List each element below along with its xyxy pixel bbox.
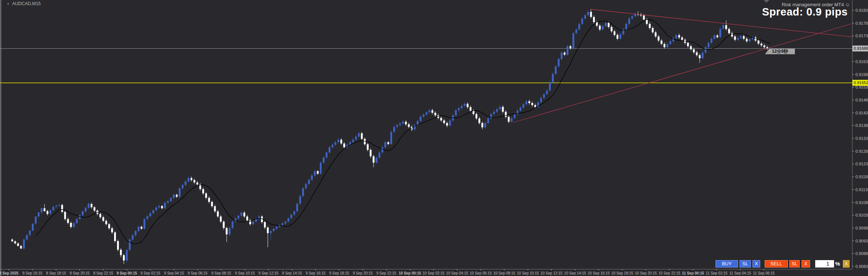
candle — [264, 222, 266, 228]
moving-average-line — [36, 20, 771, 244]
window-left-edge-inner — [1, 0, 1, 276]
candle — [719, 29, 721, 37]
x-axis-tick-label: 11 Sep 00:15 — [682, 271, 704, 275]
candle — [152, 210, 154, 213]
candle — [402, 122, 404, 124]
sell-button[interactable]: SELL — [765, 260, 788, 268]
bid-price-label: 0.91686 — [854, 46, 868, 51]
candle — [470, 107, 471, 111]
candle — [61, 205, 63, 212]
x-axis-tick-label: 10 Sep 04:15 — [446, 271, 468, 275]
candle — [561, 53, 563, 59]
candle — [176, 195, 178, 197]
candle — [493, 112, 495, 114]
candle — [728, 29, 730, 33]
candle — [375, 158, 377, 163]
candle — [370, 150, 371, 156]
candle — [282, 223, 284, 225]
y-axis-tick-label: 0.91135 — [855, 187, 868, 192]
candle — [120, 250, 122, 255]
candle — [132, 235, 134, 239]
candle — [393, 127, 395, 132]
candle — [179, 188, 181, 197]
candle — [646, 20, 648, 24]
candle — [332, 145, 333, 147]
buy-close-button[interactable]: X — [752, 260, 760, 268]
candle — [572, 33, 574, 48]
candle — [170, 198, 172, 201]
candle — [85, 208, 86, 211]
candle — [135, 231, 137, 235]
candle — [305, 184, 307, 189]
window-left-edge — [0, 0, 0, 276]
symbol-selector[interactable]: ▼ AUDCAD,M15 — [7, 1, 41, 6]
candle — [605, 23, 607, 26]
buy-stoploss-button[interactable]: SL — [740, 260, 751, 268]
candle — [182, 185, 183, 188]
y-axis-tick-label: 0.91785 — [855, 21, 868, 25]
candle — [669, 41, 671, 44]
candle — [725, 25, 727, 29]
x-axis-tick-label: 9 Sep 02:15 — [140, 271, 160, 275]
candle — [390, 132, 392, 144]
candle — [237, 216, 239, 219]
candle — [320, 163, 322, 174]
candle — [73, 223, 75, 227]
candle — [505, 112, 507, 117]
sell-stoploss-button[interactable]: SL — [789, 260, 800, 268]
candle — [188, 178, 189, 182]
candle — [32, 224, 34, 231]
candle — [543, 94, 545, 98]
candle — [758, 41, 759, 44]
candle — [749, 39, 751, 41]
candle — [205, 193, 207, 198]
candle — [593, 17, 595, 22]
candle — [223, 222, 224, 228]
candle — [211, 202, 213, 206]
candle — [358, 133, 360, 137]
candle — [378, 152, 380, 158]
percent-sign-label: % — [835, 260, 840, 268]
candle — [602, 26, 604, 30]
price-chart[interactable]: 0.918350.917850.917350.916350.915850.915… — [0, 0, 868, 276]
candle — [499, 107, 501, 109]
candle — [334, 142, 336, 145]
y-axis-tick-label: 0.91735 — [855, 34, 868, 38]
buy-button[interactable]: BUY — [716, 260, 738, 268]
candle — [52, 207, 54, 210]
candle — [546, 90, 548, 94]
candle — [649, 24, 651, 28]
x-axis-tick-label: 11 Sep 04:15 — [730, 271, 751, 275]
candle — [611, 27, 613, 31]
candle — [658, 37, 659, 41]
candle — [147, 216, 148, 219]
x-axis-tick-label: 8 Sep 20:15 — [70, 271, 90, 275]
candle — [196, 182, 198, 184]
candle — [79, 215, 81, 219]
candle — [743, 36, 745, 39]
candle — [35, 217, 37, 224]
candle — [502, 107, 504, 112]
x-axis-tick-label: 9 Sep 16:15 — [306, 271, 326, 275]
candle — [55, 206, 57, 207]
candle — [484, 123, 486, 127]
sell-close-button[interactable]: X — [802, 260, 810, 268]
candle — [399, 124, 401, 125]
candle — [387, 142, 389, 144]
candle — [229, 228, 230, 234]
candle — [90, 204, 92, 207]
candle — [191, 178, 192, 180]
candle — [581, 18, 583, 24]
candle — [590, 12, 592, 17]
candle — [323, 158, 325, 163]
x-axis-tick-label: 10 Sep 20:15 — [635, 271, 657, 275]
x-axis-tick-label: 10 Sep 12:15 — [541, 271, 563, 275]
panel-close-button[interactable]: X — [843, 260, 850, 268]
candle — [446, 123, 448, 125]
risk-percent-input[interactable] — [815, 260, 834, 268]
x-axis-tick-label: 10 Sep 10:15 — [517, 271, 539, 275]
candle — [525, 101, 527, 104]
candle — [296, 204, 298, 211]
candle — [584, 15, 586, 18]
y-axis-tick-label: 0.91285 — [855, 149, 868, 153]
